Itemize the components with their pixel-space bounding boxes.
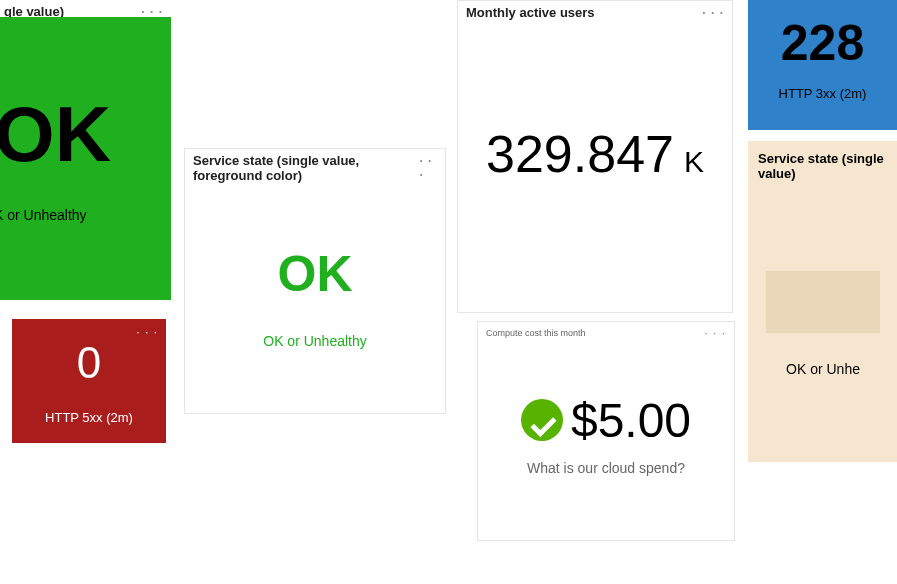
metric-value: $5.00 bbox=[571, 393, 691, 448]
status-caption: OK or Unhe bbox=[748, 361, 897, 377]
status-value: OK bbox=[278, 245, 353, 303]
metric-label: HTTP 3xx (2m) bbox=[748, 72, 897, 121]
status-value: OK bbox=[0, 95, 111, 173]
metric-unit: K bbox=[684, 145, 704, 179]
metric-value: 0 bbox=[77, 338, 101, 388]
tile-title: Service state (single value, foreground … bbox=[193, 153, 419, 183]
service-state-fg-tile[interactable]: Service state (single value, foreground … bbox=[184, 148, 446, 414]
tile-body: $5.00 What is our cloud spend? bbox=[478, 344, 734, 524]
service-state-beige-tile[interactable]: Service state (single value) OK or Unhe bbox=[748, 141, 897, 462]
http-3xx-tile[interactable]: 228 HTTP 3xx (2m) bbox=[748, 0, 897, 130]
monthly-active-users-tile[interactable]: Monthly active users · · · 329.847 K bbox=[457, 0, 733, 313]
check-icon bbox=[521, 399, 563, 441]
metric-value: 228 bbox=[748, 0, 897, 72]
tile-body: OK OK or Unhealthy bbox=[185, 187, 445, 407]
status-caption: K or Unhealthy bbox=[0, 207, 87, 223]
service-state-green-tile[interactable]: gle value) · · · OK K or Unhealthy bbox=[0, 0, 171, 300]
metric-caption: What is our cloud spend? bbox=[527, 460, 685, 476]
more-icon[interactable]: · · · bbox=[419, 154, 437, 182]
more-icon[interactable]: · · · bbox=[136, 325, 158, 339]
tile-title: Service state (single value) bbox=[748, 147, 897, 185]
tile-title: Monthly active users bbox=[466, 5, 595, 20]
tile-title: Compute cost this month bbox=[486, 328, 586, 338]
metric-value: 329.847 bbox=[486, 124, 674, 184]
more-icon[interactable]: · · · bbox=[704, 326, 726, 340]
compute-cost-tile[interactable]: Compute cost this month · · · $5.00 What… bbox=[477, 321, 735, 541]
status-caption: OK or Unhealthy bbox=[263, 333, 367, 349]
http-5xx-tile[interactable]: · · · 0 HTTP 5xx (2m) bbox=[12, 319, 166, 443]
status-bar bbox=[766, 271, 880, 333]
tile-body: 329.847 K bbox=[458, 24, 732, 284]
tile-body: OK K or Unhealthy bbox=[0, 17, 171, 300]
more-icon[interactable]: · · · bbox=[702, 6, 724, 20]
metric-label: HTTP 5xx (2m) bbox=[45, 410, 133, 425]
